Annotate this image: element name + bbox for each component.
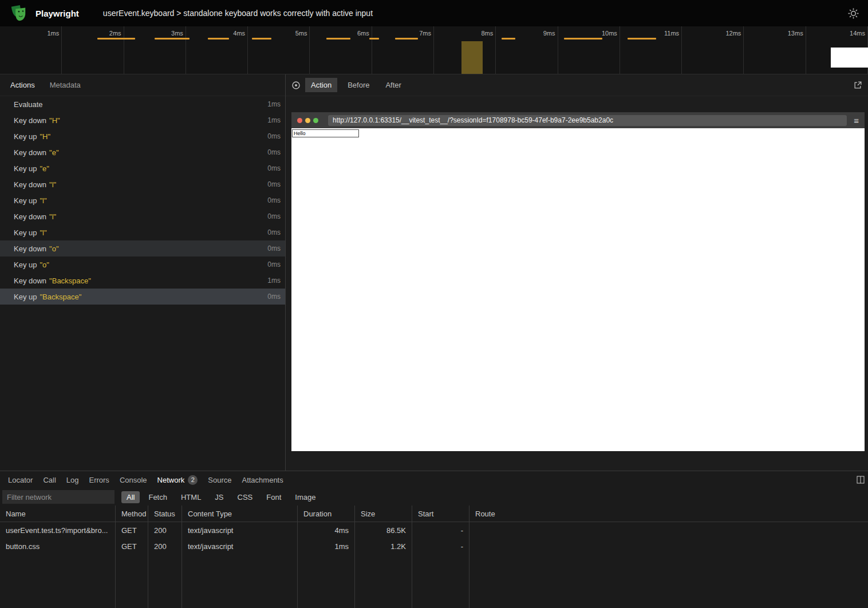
network-cell[interactable]: text/javascript [182, 522, 298, 538]
timeline-screenshot-thumbnail [831, 48, 868, 68]
action-row[interactable]: Key up"o"0ms [0, 256, 285, 273]
bottom-tab-label: Errors [89, 476, 109, 484]
network-cell[interactable]: 1ms [298, 538, 355, 554]
timeline-action-marker[interactable] [326, 38, 350, 40]
filter-chip-font[interactable]: Font [261, 491, 286, 503]
timeline-action-marker[interactable] [369, 38, 379, 40]
filter-chip-image[interactable]: Image [290, 491, 321, 503]
network-cell[interactable]: 4ms [298, 522, 355, 538]
timeline-action-marker[interactable] [252, 38, 271, 40]
action-key-value: "l" [49, 212, 56, 221]
timeline-action-marker[interactable] [564, 38, 602, 40]
network-cell[interactable]: button.css [0, 538, 116, 554]
timeline-action-marker[interactable] [208, 38, 229, 40]
filter-chip-css[interactable]: CSS [232, 491, 258, 503]
network-table: NameMethodStatusContent TypeDurationSize… [0, 506, 868, 608]
action-key-value: "l" [40, 196, 46, 205]
action-key-value: "e" [40, 164, 49, 173]
bottom-tab-locator[interactable]: Locator [3, 473, 37, 487]
action-row[interactable]: Key up"l"0ms [0, 192, 285, 208]
bottom-tab-errors[interactable]: Errors [84, 473, 113, 487]
action-row[interactable]: Key down"Backspace"1ms [0, 273, 285, 289]
action-title: Key down [14, 180, 46, 189]
filter-chip-html[interactable]: HTML [176, 491, 206, 503]
action-key-value: "o" [40, 260, 49, 269]
bottom-tab-attachments[interactable]: Attachments [237, 473, 287, 487]
snapshot-panel: Action Before After [286, 74, 868, 471]
actions-list: Evaluate1msKey down"H"1msKey up"H"0msKey… [0, 96, 285, 471]
gear-icon [848, 8, 859, 19]
network-cell[interactable]: userEvent.test.ts?import&bro... [0, 522, 116, 538]
tab-after[interactable]: After [380, 78, 407, 92]
action-duration: 1ms [267, 100, 281, 108]
tab-before[interactable]: Before [342, 78, 375, 92]
bottom-tab-log[interactable]: Log [62, 473, 84, 487]
action-title: Key down [14, 148, 46, 157]
action-key-value: "l" [49, 180, 56, 189]
action-row[interactable]: Key down"H"1ms [0, 112, 285, 128]
network-column-header: Duration [298, 506, 355, 522]
action-duration: 0ms [267, 164, 281, 172]
action-row[interactable]: Key down"o"0ms [0, 240, 285, 256]
filter-chip-fetch[interactable]: Fetch [143, 491, 172, 503]
tab-action[interactable]: Action [305, 78, 337, 92]
network-cell[interactable]: 200 [148, 522, 182, 538]
toggle-panel-layout-button[interactable] [857, 476, 865, 484]
action-duration: 0ms [267, 244, 281, 252]
tab-metadata[interactable]: Metadata [44, 78, 86, 92]
bottom-tab-network[interactable]: Network2 [153, 473, 203, 487]
bottom-tab-label: Network [157, 476, 185, 484]
network-cell[interactable]: 200 [148, 538, 182, 554]
action-title: Key up [14, 228, 37, 237]
timeline-action-marker[interactable] [395, 38, 418, 40]
bottom-tab-source[interactable]: Source [203, 473, 236, 487]
timeline-action-marker[interactable] [97, 38, 135, 40]
timeline[interactable]: 1ms2ms3ms4ms5ms6ms7ms8ms9ms10ms11ms12ms1… [0, 26, 868, 74]
network-count-badge: 2 [188, 475, 198, 485]
network-filler-cell [469, 554, 868, 608]
action-row[interactable]: Key up"H"0ms [0, 128, 285, 144]
network-column-header: Method [116, 506, 148, 522]
timeline-action-marker[interactable] [502, 38, 515, 40]
pick-locator-button[interactable] [291, 81, 301, 90]
network-cell[interactable]: GET [116, 538, 148, 554]
bottom-tab-console[interactable]: Console [115, 473, 152, 487]
tab-actions[interactable]: Actions [5, 78, 41, 92]
timeline-selection[interactable] [461, 41, 483, 74]
network-cell[interactable]: - [412, 538, 469, 554]
action-row[interactable]: Key down"l"0ms [0, 208, 285, 224]
network-cell[interactable]: GET [116, 522, 148, 538]
traffic-light-green-icon [313, 118, 318, 123]
network-filler-cell [116, 554, 148, 608]
network-cell[interactable] [469, 538, 868, 554]
browser-window: http://127.0.0.1:63315/__vitest_test__/?… [291, 112, 865, 451]
page-text-input[interactable] [292, 129, 359, 137]
network-cell[interactable]: 86.5K [355, 522, 412, 538]
action-row[interactable]: Key up"Backspace"0ms [0, 289, 285, 305]
header: Playwright userEvent.keyboard > standalo… [0, 0, 868, 26]
action-row[interactable]: Key up"l"0ms [0, 224, 285, 240]
action-row[interactable]: Key down"e"0ms [0, 144, 285, 160]
network-filler-cell [182, 554, 298, 608]
network-cell[interactable] [469, 522, 868, 538]
trace-viewer: Playwright userEvent.keyboard > standalo… [0, 0, 868, 608]
settings-button[interactable] [848, 8, 859, 19]
app-title: Playwright [35, 9, 79, 18]
network-cell[interactable]: - [412, 522, 469, 538]
network-cell[interactable]: text/javascript [182, 538, 298, 554]
action-row[interactable]: Key up"e"0ms [0, 160, 285, 176]
network-filter-input[interactable] [2, 490, 115, 504]
action-duration: 0ms [267, 293, 281, 301]
filter-chip-all[interactable]: All [121, 491, 140, 503]
bottom-tab-call[interactable]: Call [38, 473, 60, 487]
action-title: Key up [14, 164, 37, 173]
timeline-action-marker[interactable] [628, 38, 656, 40]
filter-chip-js[interactable]: JS [210, 491, 228, 503]
timeline-overlay [0, 26, 868, 74]
timeline-action-marker[interactable] [155, 38, 190, 40]
action-row[interactable]: Evaluate1ms [0, 96, 285, 112]
network-cell[interactable]: 1.2K [355, 538, 412, 554]
action-key-value: "Backspace" [40, 293, 81, 301]
action-row[interactable]: Key down"l"0ms [0, 176, 285, 192]
open-snapshot-external-button[interactable] [854, 81, 862, 89]
